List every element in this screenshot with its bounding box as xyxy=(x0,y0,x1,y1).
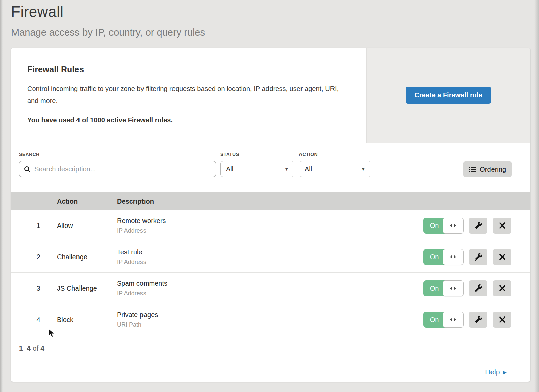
status-select[interactable]: All xyxy=(220,161,294,177)
table-row: 1 Allow Remote workers IP Address On xyxy=(11,210,530,241)
search-field: SEARCH xyxy=(19,152,216,177)
rule-enabled-toggle[interactable]: On xyxy=(423,218,464,234)
wrench-icon xyxy=(475,253,482,261)
pagination-of: of xyxy=(33,344,39,352)
search-label: SEARCH xyxy=(19,152,216,157)
window-edge-left xyxy=(0,0,3,392)
rule-description: Test rule xyxy=(117,248,412,256)
page-header: Firewall Manage access by IP, country, o… xyxy=(0,0,539,38)
toggle-handle[interactable] xyxy=(443,218,464,234)
rule-controls: On xyxy=(412,249,530,265)
rule-criteria: URI Path xyxy=(117,321,412,328)
rule-description-cell: Spam comments IP Address xyxy=(117,280,412,297)
close-icon xyxy=(499,222,506,229)
rule-criteria: IP Address xyxy=(117,259,412,266)
usage-count-text: You have used 4 of 1000 active Firewall … xyxy=(27,116,343,124)
action-select[interactable]: All xyxy=(299,161,371,177)
intro-section: Firewall Rules Control incoming traffic … xyxy=(11,48,530,143)
column-header-action: Action xyxy=(57,198,117,205)
close-icon xyxy=(499,285,506,292)
close-icon xyxy=(499,253,506,260)
action-label: ACTION xyxy=(299,152,371,157)
rule-criteria: IP Address xyxy=(117,290,412,297)
intro-side-panel: Create a Firewall rule xyxy=(366,48,530,143)
ordering-button-label: Ordering xyxy=(480,165,506,173)
left-right-arrows-icon xyxy=(450,254,456,259)
toggle-on-label: On xyxy=(423,218,445,234)
rule-criteria: IP Address xyxy=(117,227,412,234)
intro-text-block: Firewall Rules Control incoming traffic … xyxy=(11,48,366,143)
ordering-button[interactable]: Ordering xyxy=(463,161,512,177)
rule-action: Allow xyxy=(57,222,117,230)
help-link-label: Help xyxy=(485,368,500,376)
status-selected-value: All xyxy=(226,165,233,173)
pagination-status: 1–4 of 4 xyxy=(11,335,530,362)
left-right-arrows-icon xyxy=(450,286,456,291)
toggle-on-label: On xyxy=(423,280,445,296)
rule-enabled-toggle[interactable]: On xyxy=(423,312,464,328)
rule-position: 1 xyxy=(20,222,57,230)
table-row: 4 Block Private pages URI Path On xyxy=(11,304,530,335)
wrench-icon xyxy=(475,316,482,323)
search-icon xyxy=(24,166,31,173)
create-firewall-rule-button[interactable]: Create a Firewall rule xyxy=(406,87,491,104)
chevron-down-icon xyxy=(361,167,366,171)
delete-rule-button[interactable] xyxy=(493,312,511,328)
window-edge-right xyxy=(534,0,539,392)
edit-rule-button[interactable] xyxy=(469,249,487,265)
search-input[interactable] xyxy=(34,165,211,173)
action-field: ACTION All xyxy=(299,152,371,177)
edit-rule-button[interactable] xyxy=(469,280,487,296)
rule-description: Spam comments xyxy=(117,280,412,288)
rule-controls: On xyxy=(412,280,530,296)
intro-heading: Firewall Rules xyxy=(27,65,343,74)
play-arrow-icon xyxy=(503,370,507,375)
rule-description: Remote workers xyxy=(117,217,412,225)
search-input-wrapper[interactable] xyxy=(19,161,216,177)
page-title: Firewall xyxy=(11,3,539,20)
table-header: Action Description xyxy=(11,192,530,210)
delete-rule-button[interactable] xyxy=(493,280,511,296)
toggle-handle[interactable] xyxy=(443,312,464,328)
toggle-on-label: On xyxy=(423,312,445,328)
list-icon xyxy=(469,167,476,172)
rule-position: 2 xyxy=(20,253,57,261)
left-right-arrows-icon xyxy=(450,223,456,228)
help-link[interactable]: Help xyxy=(485,368,507,376)
toggle-handle[interactable] xyxy=(443,249,464,265)
rule-enabled-toggle[interactable]: On xyxy=(423,280,464,296)
rule-action: JS Challenge xyxy=(57,284,117,292)
wrench-icon xyxy=(475,284,482,292)
pagination-range: 1–4 xyxy=(19,344,31,352)
filters-bar: SEARCH STATUS All ACTION All xyxy=(11,143,530,177)
edit-rule-button[interactable] xyxy=(469,312,487,328)
firewall-rules-card: Firewall Rules Control incoming traffic … xyxy=(11,48,531,382)
delete-rule-button[interactable] xyxy=(493,218,511,234)
delete-rule-button[interactable] xyxy=(493,249,511,265)
pagination-total: 4 xyxy=(40,344,44,352)
rule-description-cell: Test rule IP Address xyxy=(117,248,412,266)
rule-description: Private pages xyxy=(117,311,412,319)
rule-action: Challenge xyxy=(57,253,117,261)
wrench-icon xyxy=(475,222,482,229)
toggle-handle[interactable] xyxy=(443,280,464,296)
rule-description-cell: Private pages URI Path xyxy=(117,311,412,328)
status-field: STATUS All xyxy=(220,152,294,177)
rule-enabled-toggle[interactable]: On xyxy=(423,249,464,265)
rule-description-cell: Remote workers IP Address xyxy=(117,217,412,234)
table-row: 2 Challenge Test rule IP Address On xyxy=(11,241,530,273)
rule-action: Block xyxy=(57,316,117,324)
card-footer: Help xyxy=(11,362,530,382)
rule-controls: On xyxy=(412,312,530,328)
chevron-down-icon xyxy=(284,167,289,171)
action-selected-value: All xyxy=(305,165,312,173)
status-label: STATUS xyxy=(220,152,294,157)
rule-position: 3 xyxy=(20,284,57,292)
rule-position: 4 xyxy=(20,316,57,324)
page-subtitle: Manage access by IP, country, or query r… xyxy=(11,27,539,38)
table-row: 3 JS Challenge Spam comments IP Address … xyxy=(11,273,530,304)
intro-description: Control incoming traffic to your zone by… xyxy=(27,83,343,107)
close-icon xyxy=(499,316,506,323)
toggle-on-label: On xyxy=(423,249,445,265)
edit-rule-button[interactable] xyxy=(469,218,487,234)
